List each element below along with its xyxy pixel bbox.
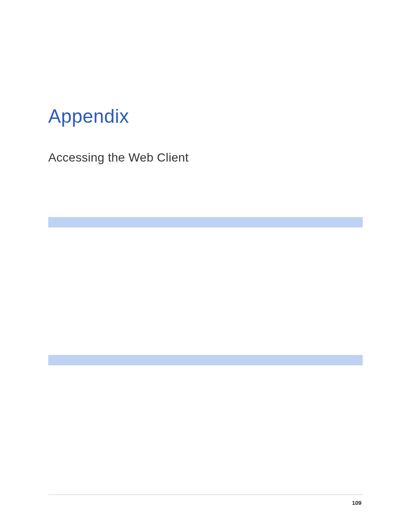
footer-divider [48,495,363,495]
highlight-bar [48,355,363,365]
appendix-title: Appendix [48,106,363,127]
highlight-bar [48,217,363,227]
document-page: Appendix Accessing the Web Client 109 [0,0,411,532]
page-number: 109 [352,500,361,506]
section-title: Accessing the Web Client [48,151,363,165]
